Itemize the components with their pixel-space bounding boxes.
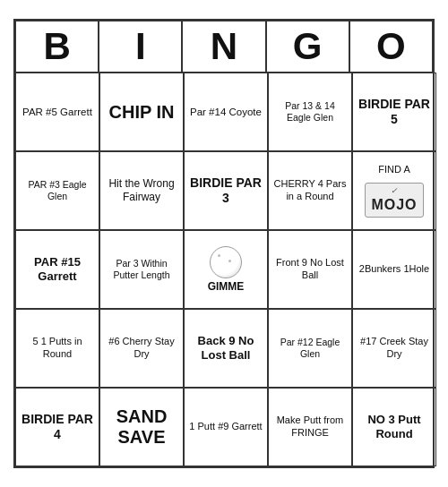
header-b: B <box>15 21 99 73</box>
cell-9: FIND A ✓ MOJO <box>352 151 436 230</box>
cell-10: PAR #15 Garrett <box>15 230 99 309</box>
cell-20: BIRDIE PAR 4 <box>15 388 99 466</box>
cell-1: CHIP IN <box>99 73 184 151</box>
header-g: G <box>266 21 349 73</box>
cell-17: Back 9 No Lost Ball <box>184 309 268 388</box>
cell-5: PAR #3 Eagle Glen <box>15 151 99 230</box>
cell-0: PAR #5 Garrett <box>15 73 99 151</box>
cell-6: Hit the Wrong Fairway <box>99 151 184 230</box>
cell-24: NO 3 Putt Round <box>352 388 436 466</box>
cell-16: #6 Cherry Stay Dry <box>99 309 184 388</box>
cell-2: Par #14 Coyote <box>184 73 268 151</box>
cell-13: Front 9 No Lost Ball <box>268 230 352 309</box>
cell-23: Make Putt from FRINGE <box>268 388 352 466</box>
cell-11: Par 3 Within Putter Length <box>99 230 184 309</box>
cell-7: BIRDIE PAR 3 <box>184 151 268 230</box>
header-i: I <box>99 21 182 73</box>
cell-22: 1 Putt #9 Garrett <box>184 388 268 466</box>
cell-4: BIRDIE PAR 5 <box>352 73 436 151</box>
cell-3: Par 13 & 14 Eagle Glen <box>268 73 352 151</box>
cell-21: SAND SAVE <box>99 388 184 466</box>
header-o: O <box>349 21 433 73</box>
cell-14: 2Bunkers 1Hole <box>352 230 436 309</box>
cell-15: 5 1 Putts in Round <box>15 309 99 388</box>
bingo-card: B I N G O PAR #5 Garrett CHIP IN Par #14… <box>13 19 435 468</box>
bingo-header: B I N G O <box>15 21 433 73</box>
cell-12: GIMME <box>184 230 268 309</box>
bingo-grid: PAR #5 Garrett CHIP IN Par #14 Coyote Pa… <box>15 73 433 466</box>
mojo-box: ✓ MOJO <box>365 183 423 218</box>
cell-18: Par #12 Eagle Glen <box>268 309 352 388</box>
cell-8: CHERRY 4 Pars in a Round <box>268 151 352 230</box>
header-n: N <box>182 21 265 73</box>
golf-ball-icon <box>210 246 242 278</box>
cell-19: #17 Creek Stay Dry <box>352 309 436 388</box>
